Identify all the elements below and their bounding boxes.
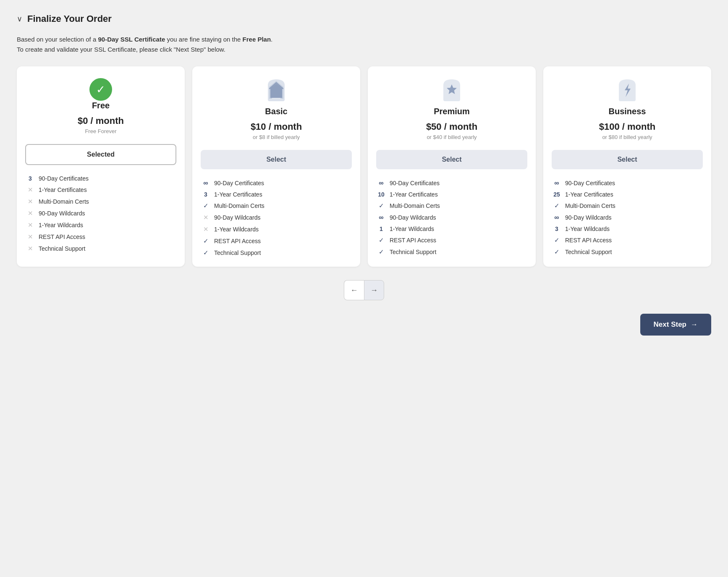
check-icon: ✓ <box>376 236 386 244</box>
infinity-badge: ∞ <box>376 214 386 221</box>
page-title: Finalize Your Order <box>27 13 112 24</box>
plan-card-premium: Premium $50 / month or $40 if billed yea… <box>368 66 536 267</box>
plan-price: $50 / month <box>426 121 477 132</box>
chevron-down-icon[interactable]: ∨ <box>17 14 22 24</box>
check-icon: ✓ <box>201 237 211 245</box>
plan-select-button[interactable]: Select <box>201 150 352 169</box>
footer-row: Next Step → <box>17 314 711 336</box>
check-icon: ✓ <box>376 248 386 256</box>
feature-text: 1-Year Certificates <box>565 191 613 198</box>
feature-item: ✕ 90-Day Wildcards <box>201 214 352 221</box>
plan-price: $0 / month <box>78 115 124 126</box>
feature-item: ✓ REST API Access <box>552 236 703 244</box>
next-step-button[interactable]: Next Step → <box>640 314 711 336</box>
feature-text: REST API Access <box>214 238 261 244</box>
x-icon: ✕ <box>25 186 35 194</box>
feature-text: Multi-Domain Certs <box>39 198 89 205</box>
x-icon: ✕ <box>25 233 35 241</box>
feature-text: 90-Day Certificates <box>565 180 615 186</box>
features-list: 3 90-Day Certificates ✕ 1-Year Certifica… <box>25 175 176 252</box>
plan-select-button[interactable]: Selected <box>25 144 176 165</box>
feature-item: ✓ REST API Access <box>201 237 352 245</box>
feature-text: Technical Support <box>214 249 261 256</box>
feature-text: 90-Day Wildcards <box>565 214 611 221</box>
feature-item: 3 1-Year Wildcards <box>552 226 703 232</box>
check-icon: ✓ <box>552 202 562 210</box>
description-text: Based on your selection of a 90-Day SSL … <box>17 34 711 55</box>
feature-text: 1-Year Wildcards <box>390 226 434 232</box>
number-badge: 3 <box>25 175 35 182</box>
feature-item: ∞ 90-Day Certificates <box>552 179 703 187</box>
number-badge: 3 <box>201 191 211 198</box>
feature-item: ✓ Multi-Domain Certs <box>552 202 703 210</box>
feature-item: 3 90-Day Certificates <box>25 175 176 182</box>
feature-item: ∞ 90-Day Wildcards <box>376 214 527 221</box>
feature-item: ✓ Multi-Domain Certs <box>201 202 352 210</box>
feature-item: ∞ 90-Day Wildcards <box>552 214 703 221</box>
x-icon: ✕ <box>201 214 211 221</box>
feature-text: REST API Access <box>39 233 85 240</box>
plan-select-button[interactable]: Select <box>376 150 527 169</box>
check-icon: ✓ <box>201 249 211 257</box>
number-badge: 10 <box>376 191 386 198</box>
plan-select-button[interactable]: Select <box>552 150 703 169</box>
check-icon: ✓ <box>376 202 386 210</box>
x-icon: ✕ <box>201 226 211 233</box>
plan-name: Free <box>92 101 110 110</box>
number-badge: 1 <box>376 226 386 232</box>
check-icon: ✓ <box>552 248 562 256</box>
feature-text: 1-Year Certificates <box>214 191 262 198</box>
number-badge: 3 <box>552 226 562 232</box>
feature-text: 1-Year Wildcards <box>214 226 259 233</box>
features-list: ∞ 90-Day Certificates 3 1-Year Certifica… <box>201 179 352 257</box>
feature-text: 90-Day Wildcards <box>214 214 260 221</box>
feature-text: Multi-Domain Certs <box>214 202 264 209</box>
star-icon <box>440 78 464 102</box>
next-step-label: Next Step <box>654 320 686 329</box>
check-icon: ✓ <box>552 236 562 244</box>
feature-item: 25 1-Year Certificates <box>552 191 703 198</box>
feature-text: 1-Year Certificates <box>390 191 438 198</box>
infinity-badge: ∞ <box>552 179 562 187</box>
number-badge: 25 <box>552 191 562 198</box>
feature-item: ✓ Multi-Domain Certs <box>376 202 527 210</box>
feature-item: 3 1-Year Certificates <box>201 191 352 198</box>
feature-item: ✕ 1-Year Wildcards <box>25 221 176 229</box>
plan-name: Business <box>609 107 646 116</box>
plan-card-business: Business $100 / month or $80 if billed y… <box>543 66 711 267</box>
feature-text: Technical Support <box>39 245 85 252</box>
plan-billing: Free Forever <box>85 128 116 136</box>
plan-billing: or $40 if billed yearly <box>427 134 477 142</box>
feature-text: 90-Day Wildcards <box>390 214 436 221</box>
plan-billing: or $8 if billed yearly <box>253 134 300 142</box>
feature-item: ✕ 90-Day Wildcards <box>25 210 176 217</box>
infinity-badge: ∞ <box>376 179 386 187</box>
check-circle-icon: ✓ <box>89 78 112 101</box>
feature-text: Technical Support <box>565 249 612 255</box>
plan-card-free: ✓ Free $0 / month Free Forever Selected … <box>17 66 185 267</box>
next-arrow-button[interactable]: → <box>364 280 384 300</box>
feature-text: 1-Year Wildcards <box>39 222 83 228</box>
feature-item: ✓ Technical Support <box>376 248 527 256</box>
feature-text: Multi-Domain Certs <box>390 202 440 209</box>
nav-arrows: ← → <box>17 280 711 300</box>
feature-text: Multi-Domain Certs <box>565 202 615 209</box>
feature-item: ∞ 90-Day Certificates <box>201 179 352 187</box>
infinity-badge: ∞ <box>552 214 562 221</box>
infinity-badge: ∞ <box>201 179 211 187</box>
feature-text: 90-Day Certificates <box>214 180 264 186</box>
feature-item: ✕ REST API Access <box>25 233 176 241</box>
feature-item: ✓ Technical Support <box>201 249 352 257</box>
prev-arrow-button[interactable]: ← <box>344 280 364 300</box>
feature-item: ✕ Technical Support <box>25 245 176 252</box>
feature-item: ✓ Technical Support <box>552 248 703 256</box>
check-icon: ✓ <box>201 202 211 210</box>
feature-item: ✓ REST API Access <box>376 236 527 244</box>
feature-item: 1 1-Year Wildcards <box>376 226 527 232</box>
feature-item: ∞ 90-Day Certificates <box>376 179 527 187</box>
x-icon: ✕ <box>25 210 35 217</box>
feature-text: 1-Year Wildcards <box>565 226 610 232</box>
x-icon: ✕ <box>25 221 35 229</box>
plan-price: $100 / month <box>599 121 655 132</box>
feature-item: 10 1-Year Certificates <box>376 191 527 198</box>
